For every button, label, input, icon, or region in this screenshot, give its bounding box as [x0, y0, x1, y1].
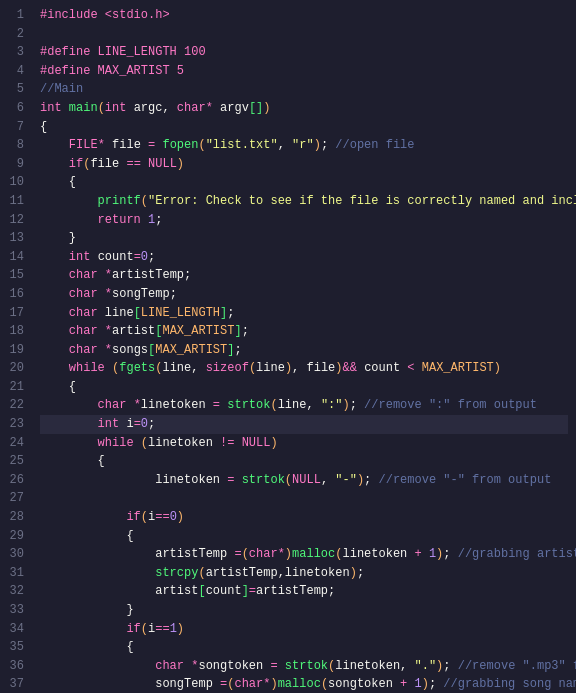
code-line: strcpy(artistTemp,linetoken); — [40, 564, 568, 583]
code-line — [40, 489, 568, 508]
line-number: 37 — [6, 675, 24, 693]
code-line: return 1; — [40, 211, 568, 230]
line-number: 24 — [6, 434, 24, 453]
line-number: 4 — [6, 62, 24, 81]
line-number: 18 — [6, 322, 24, 341]
line-number: 1 — [6, 6, 24, 25]
code-line: char *songs[MAX_ARTIST]; — [40, 341, 568, 360]
line-number: 35 — [6, 638, 24, 657]
code-line: char *linetoken = strtok(line, ":"); //r… — [40, 396, 568, 415]
code-line: char *artistTemp; — [40, 266, 568, 285]
code-line: { — [40, 118, 568, 137]
code-line: { — [40, 378, 568, 397]
code-line: printf("Error: Check to see if the file … — [40, 192, 568, 211]
code-line: char *songtoken = strtok(linetoken, ".")… — [40, 657, 568, 676]
line-number: 14 — [6, 248, 24, 267]
line-number: 11 — [6, 192, 24, 211]
code-line: //Main — [40, 80, 568, 99]
code-line: { — [40, 452, 568, 471]
line-numbers: 1234567891011121314151617181920212223242… — [0, 0, 32, 693]
code-line: int main(int argc, char* argv[]) — [40, 99, 568, 118]
line-number: 33 — [6, 601, 24, 620]
line-number: 13 — [6, 229, 24, 248]
code-line: linetoken = strtok(NULL, "-"); //remove … — [40, 471, 568, 490]
line-number: 16 — [6, 285, 24, 304]
line-number: 17 — [6, 304, 24, 323]
line-number: 36 — [6, 657, 24, 676]
code-line: char *songTemp; — [40, 285, 568, 304]
line-number: 27 — [6, 489, 24, 508]
line-number: 19 — [6, 341, 24, 360]
code-line: artistTemp =(char*)malloc(linetoken + 1)… — [40, 545, 568, 564]
line-number: 25 — [6, 452, 24, 471]
code-line: artist[count]=artistTemp; — [40, 582, 568, 601]
line-number: 10 — [6, 173, 24, 192]
code-line: char *artist[MAX_ARTIST]; — [40, 322, 568, 341]
line-number: 32 — [6, 582, 24, 601]
code-content[interactable]: #include <stdio.h> #define LINE_LENGTH 1… — [32, 0, 576, 693]
line-number: 28 — [6, 508, 24, 527]
code-editor: 1234567891011121314151617181920212223242… — [0, 0, 576, 693]
line-number: 22 — [6, 396, 24, 415]
code-line: { — [40, 527, 568, 546]
line-number: 12 — [6, 211, 24, 230]
code-line: while (linetoken != NULL) — [40, 434, 568, 453]
code-line: #define MAX_ARTIST 5 — [40, 62, 568, 81]
code-line: { — [40, 638, 568, 657]
line-number: 9 — [6, 155, 24, 174]
line-number: 15 — [6, 266, 24, 285]
line-number: 31 — [6, 564, 24, 583]
line-number: 23 — [6, 415, 24, 434]
line-number: 26 — [6, 471, 24, 490]
code-line: #include <stdio.h> — [40, 6, 568, 25]
line-number: 29 — [6, 527, 24, 546]
line-number: 2 — [6, 25, 24, 44]
line-number: 34 — [6, 620, 24, 639]
code-line: if(i==0) — [40, 508, 568, 527]
code-line: songTemp =(char*)malloc(songtoken + 1); … — [40, 675, 568, 693]
line-number: 6 — [6, 99, 24, 118]
code-line: #define LINE_LENGTH 100 — [40, 43, 568, 62]
code-line: char line[LINE_LENGTH]; — [40, 304, 568, 323]
line-number: 5 — [6, 80, 24, 99]
code-line: } — [40, 601, 568, 620]
code-line: if(i==1) — [40, 620, 568, 639]
line-number: 3 — [6, 43, 24, 62]
code-line: while (fgets(line, sizeof(line), file)&&… — [40, 359, 568, 378]
line-number: 7 — [6, 118, 24, 137]
line-number: 20 — [6, 359, 24, 378]
code-line: { — [40, 173, 568, 192]
code-line: int count=0; — [40, 248, 568, 267]
line-number: 30 — [6, 545, 24, 564]
code-line — [40, 25, 568, 44]
code-line: if(file == NULL) — [40, 155, 568, 174]
code-line: int i=0; — [40, 415, 568, 434]
code-line: FILE* file = fopen("list.txt", "r"); //o… — [40, 136, 568, 155]
line-number: 21 — [6, 378, 24, 397]
line-number: 8 — [6, 136, 24, 155]
code-line: } — [40, 229, 568, 248]
